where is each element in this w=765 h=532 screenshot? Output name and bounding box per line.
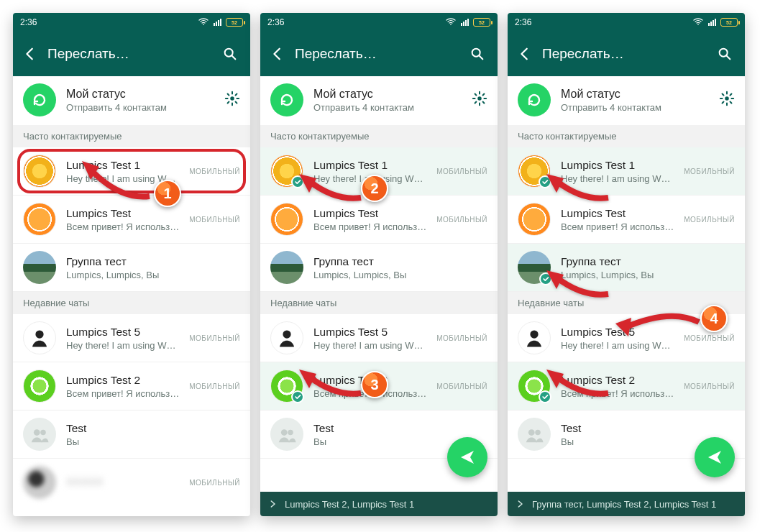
avatar [23,418,56,451]
section-recent: Недавние чаты [260,292,498,314]
contact-tag: МОБИЛЬНЫЙ [436,216,487,224]
contact-name: Группа тест [66,255,240,268]
annotation-badge-2: 2 [361,175,388,202]
wifi-icon [692,16,704,29]
avatar [23,251,56,284]
contact-tag: МОБИЛЬНЫЙ [436,334,487,342]
statusbar-time: 2:36 [267,17,445,27]
back-button[interactable] [512,41,538,67]
signal-icon [461,19,469,26]
contact-status: Hey there! I am using WhatsApp. [313,340,426,351]
annotation-arrow-2 [296,173,368,208]
status-settings-button[interactable] [472,91,487,109]
search-button[interactable] [464,41,490,67]
avatar [23,321,56,354]
avatar [23,155,56,188]
send-fab[interactable] [447,437,487,477]
status-title: Мой статус [66,88,214,101]
status-icon [270,83,303,116]
contact-name: Группа тест [561,255,735,268]
back-button[interactable] [265,41,290,67]
annotation-arrow-4c [544,368,615,404]
statusbar-time: 2:36 [20,17,198,27]
annotation-arrow-4d [613,301,706,344]
section-frequent: Часто контактируемые [13,125,250,147]
contact-row-lumpics-test-5[interactable]: Lumpics Test 5 Hey there! I am using Wha… [260,314,498,362]
phone-3: 2:36 52 Переслать… Мой статус Отправить … [508,13,745,516]
avatar [23,370,56,403]
contact-status: Всем привет! Я использую WhatsApp. [66,221,179,232]
avatar [270,251,303,284]
contact-status: Вы [66,436,240,447]
annotation-badge-3: 3 [361,371,388,398]
contact-name: Lumpics Test 1 [561,159,674,172]
status-bar: 2:36 52 [13,13,250,32]
battery-icon: 52 [720,18,738,27]
avatar [518,418,551,451]
contact-row-lumpics-test-5[interactable]: Lumpics Test 5 Hey there! I am using Wha… [13,314,250,362]
my-status-row[interactable]: Мой статус Отправить 4 контактам [508,76,745,125]
annotation-badge-4: 4 [700,305,728,332]
my-status-row[interactable]: Мой статус Отправить 4 контактам [260,76,498,125]
contact-status: Всем привет! Я использую WhatsApp. [66,388,179,399]
chevron-right-icon [515,498,526,510]
section-frequent: Часто контактируемые [508,125,745,147]
wifi-icon [445,16,457,29]
annotation-arrow-3 [296,368,368,404]
contact-tag: МОБИЛЬНЫЙ [189,216,240,224]
send-fab[interactable] [695,437,735,477]
contact-name: Test [313,422,487,435]
contact-name: Lumpics Test [313,207,426,220]
annotation-arrow-4b [544,269,615,305]
app-bar: Переслать… [13,32,250,76]
search-button[interactable] [712,41,738,67]
annotation-arrow-1 [78,157,157,207]
search-button[interactable] [217,41,243,67]
status-settings-button[interactable] [224,91,240,109]
selection-text: Группа тест, Lumpics Test 2, Lumpics Tes… [532,499,716,510]
battery-icon: 52 [473,18,490,27]
annotation-badge-1: 1 [154,180,181,207]
section-frequent: Часто контактируемые [260,125,498,147]
status-bar: 2:36 52 [508,13,745,32]
wifi-icon [198,16,209,29]
selection-bar: Группа тест, Lumpics Test 2, Lumpics Tes… [508,492,745,516]
app-bar: Переслать… [260,32,498,76]
contact-row-test[interactable]: Test Вы [13,411,250,459]
status-subtitle: Отправить 4 контактам [313,102,462,113]
contact-tag: МОБИЛЬНЫЙ [189,168,240,175]
contact-row-lumpics-test-2[interactable]: Lumpics Test 2 Всем привет! Я использую … [13,362,250,411]
signal-icon [708,19,716,26]
appbar-title: Переслать… [43,46,217,62]
status-icon [518,83,551,116]
annotation-arrow-4a [544,173,615,208]
chevron-right-icon [267,498,279,510]
appbar-title: Переслать… [538,46,712,62]
selection-text: Lumpics Test 2, Lumpics Test 1 [285,499,414,510]
back-button[interactable] [17,41,43,67]
my-status-row[interactable]: Мой статус Отправить 4 контактам [13,76,250,125]
avatar [23,203,56,236]
contact-name: XXXXX [66,475,179,488]
phone-2: 2:36 52 Переслать… Мой статус Отправить … [260,13,498,516]
contact-status: Lumpics, Lumpics, Вы [66,270,240,280]
battery-icon: 52 [226,18,243,27]
contact-status: Hey there! I am using WhatsApp. [66,340,179,351]
contact-tag: МОБИЛЬНЫЙ [189,479,240,487]
avatar [518,321,551,354]
contact-row-hidden[interactable]: XXXXX МОБИЛЬНЫЙ [13,459,250,506]
contact-tag: МОБИЛЬНЫЙ [684,168,735,175]
section-recent: Недавние чаты [13,292,250,314]
status-icon [23,83,56,116]
status-title: Мой статус [561,88,709,101]
contact-status: Всем привет! Я использую WhatsApp. [561,221,674,232]
appbar-title: Переслать… [290,46,464,62]
status-subtitle: Отправить 4 контактам [561,102,709,113]
status-settings-button[interactable] [719,91,735,109]
contact-status: Lumpics, Lumpics, Вы [313,270,487,280]
contact-name: Lumpics Test [66,207,179,220]
contact-row-group-test[interactable]: Группа тест Lumpics, Lumpics, Вы [260,244,498,292]
contact-row-group-test[interactable]: Группа тест Lumpics, Lumpics, Вы [13,244,250,292]
contact-tag: МОБИЛЬНЫЙ [684,216,735,224]
signal-icon [214,19,221,26]
